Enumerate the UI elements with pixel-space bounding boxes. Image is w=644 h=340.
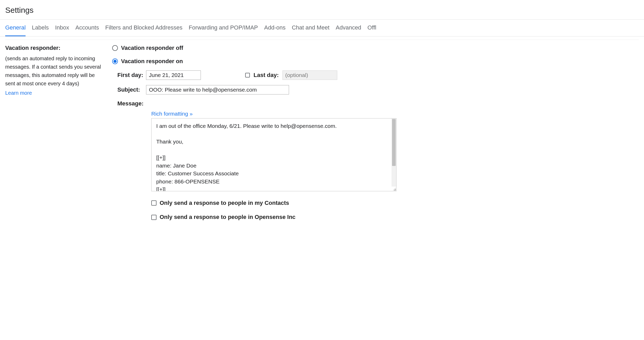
only-domain-row: Only send a response to people in Opense… (151, 213, 639, 221)
message-label: Message: (117, 100, 143, 108)
tab-advanced[interactable]: Advanced (336, 24, 361, 36)
responder-off-radio[interactable] (112, 45, 118, 51)
tab-chat[interactable]: Chat and Meet (292, 24, 329, 36)
tab-inbox[interactable]: Inbox (55, 24, 69, 36)
tab-offline[interactable]: Offl (368, 24, 376, 36)
first-day-input[interactable] (146, 70, 201, 80)
only-contacts-checkbox[interactable] (151, 200, 157, 206)
content: Vacation responder: (sends an automated … (0, 40, 644, 232)
subject-label: Subject: (117, 86, 146, 94)
only-contacts-row: Only send a response to people in my Con… (151, 199, 639, 207)
message-column: Rich formatting » I am out of the office… (151, 110, 639, 191)
tab-filters[interactable]: Filters and Blocked Addresses (105, 24, 182, 36)
responder-form: First day: Last day: Subject: Message: R… (117, 70, 639, 221)
rich-formatting-link[interactable]: Rich formatting » (151, 110, 193, 117)
only-domain-checkbox[interactable] (151, 215, 157, 220)
subject-input[interactable] (146, 85, 289, 94)
resize-grip-icon[interactable] (392, 187, 396, 191)
message-area-wrap: I am out of the office Monday, 6/21. Ple… (151, 118, 396, 191)
responder-on-label: Vacation responder on (121, 57, 183, 65)
tab-labels[interactable]: Labels (32, 24, 49, 36)
last-day-input[interactable] (282, 70, 337, 80)
last-day-checkbox[interactable] (245, 73, 250, 77)
message-textarea[interactable]: I am out of the office Monday, 6/21. Ple… (151, 118, 396, 191)
tab-addons[interactable]: Add-ons (264, 24, 286, 36)
responder-on-radio[interactable] (112, 58, 118, 64)
learn-more-link[interactable]: Learn more (5, 89, 32, 97)
subject-row: Subject: (117, 85, 639, 94)
tab-accounts[interactable]: Accounts (75, 24, 99, 36)
responder-on-row: Vacation responder on (112, 57, 639, 65)
section-title: Vacation responder: (5, 44, 105, 52)
section-info: Vacation responder: (sends an automated … (5, 44, 110, 221)
responder-off-row: Vacation responder off (112, 44, 639, 52)
svg-line-2 (395, 190, 396, 190)
page-title: Settings (0, 0, 644, 19)
only-contacts-label: Only send a response to people in my Con… (160, 199, 289, 207)
section-desc: (sends an automated reply to incoming me… (5, 54, 105, 88)
scrollbar-thumb[interactable] (392, 119, 396, 166)
only-domain-label: Only send a response to people in Opense… (160, 213, 296, 221)
first-day-row: First day: Last day: (117, 70, 639, 80)
settings-tabs: General Labels Inbox Accounts Filters an… (0, 20, 644, 37)
responder-off-label: Vacation responder off (121, 44, 183, 52)
message-label-row: Message: (117, 100, 639, 109)
tab-forwarding[interactable]: Forwarding and POP/IMAP (189, 24, 258, 36)
section-body: Vacation responder off Vacation responde… (112, 44, 639, 221)
scrollbar-track[interactable] (392, 118, 396, 187)
first-day-label: First day: (117, 71, 146, 79)
last-day-wrap: Last day: (245, 70, 337, 80)
tab-general[interactable]: General (5, 24, 26, 37)
last-day-label: Last day: (254, 71, 279, 79)
